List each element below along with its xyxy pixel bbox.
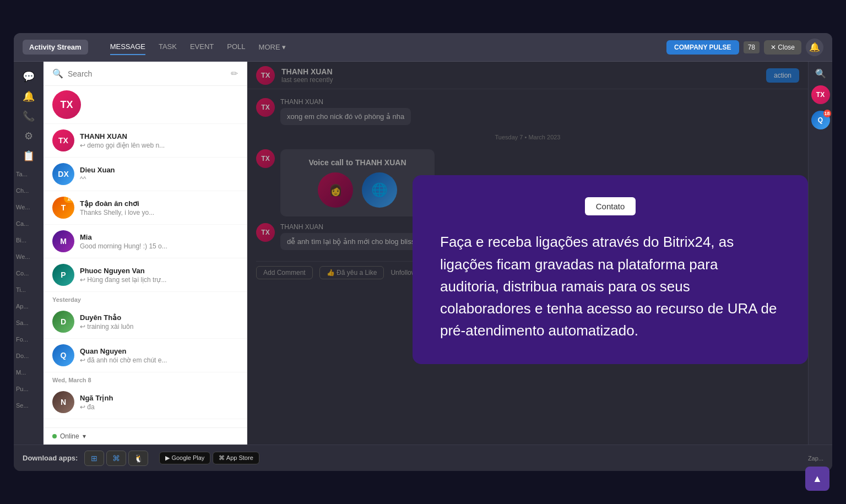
nav-label-m[interactable]: M... (16, 369, 26, 376)
zap-label: Zap... (808, 455, 823, 462)
chat-icon[interactable]: 💬 (23, 71, 35, 83)
windows-icon: ⊞ (91, 454, 97, 463)
number-badge: 78 (744, 41, 760, 53)
store-badges: ▶ Google Play ⌘ App Store (159, 452, 259, 464)
left-nav-labels: Ta... Ch... We... Ca... Bi... We... Co..… (14, 171, 43, 409)
google-play-label: ▶ Google Play (165, 454, 204, 462)
list-item[interactable]: D Duyên Thảo ↩ training xài luôn (44, 305, 247, 339)
right-search-icon[interactable]: 🔍 (815, 68, 826, 79)
nav-label-we2[interactable]: We... (16, 253, 30, 260)
app-store-badge[interactable]: ⌘ App Store (213, 452, 259, 464)
top-nav: Activity Stream MESSAGE TASK EVENT POLL … (14, 33, 832, 62)
modal-overlay: Contato Faça e receba ligações através d… (247, 62, 808, 445)
notification-icon[interactable]: 🔔 (23, 90, 35, 102)
windows-badge[interactable]: ⊞ (84, 451, 104, 466)
nav-label-co[interactable]: Co... (16, 270, 29, 277)
contato-modal: Contato Faça e receba ligações através d… (413, 175, 808, 364)
close-button[interactable]: ✕ Close (764, 40, 801, 55)
tab-event[interactable]: EVENT (190, 39, 214, 55)
chat-list-panel: 🔍 ✏ TX TX THANH XUAN ↩ demo gọi điện lên… (44, 62, 247, 445)
avatar: M (52, 230, 74, 252)
scroll-top-button[interactable]: ▲ (805, 467, 829, 491)
online-status[interactable]: Online ▾ (44, 427, 247, 445)
nav-label-pu[interactable]: Pu... (16, 386, 29, 392)
contato-label: Contato (585, 197, 636, 215)
nav-label-se[interactable]: Se... (16, 402, 29, 409)
right-avatar-1[interactable]: TX (811, 85, 830, 104)
download-bar: Download apps: ⊞ ⌘ 🐧 ▶ Google Play ⌘ App… (14, 445, 832, 471)
list-item[interactable]: DX Dieu Xuan ^^ (44, 158, 247, 191)
nav-label-we1[interactable]: We... (16, 204, 30, 210)
search-icon: 🔍 (52, 68, 63, 79)
chat-item-info: Tập đoàn ăn chơi Thanks Shelly, i love y… (80, 199, 238, 216)
chat-item-info: Dieu Xuan ^^ (80, 166, 238, 183)
chat-main: TX THANH XUAN last seen recently action … (247, 62, 808, 445)
settings-icon[interactable]: ⚙ (24, 130, 33, 142)
avatar: DX (52, 163, 74, 185)
nav-label-ca[interactable]: Ca... (16, 220, 29, 227)
notification-badge: 18 (823, 110, 831, 117)
apple-badge[interactable]: ⌘ (106, 451, 126, 466)
avatar: TX (52, 129, 74, 151)
avatar: Q (52, 344, 74, 366)
list-item[interactable]: M Mia Good morning Hung! :) 15 o... (44, 225, 247, 258)
chat-item-info: Duyên Thảo ↩ training xài luôn (80, 313, 238, 330)
app-container: Activity Stream MESSAGE TASK EVENT POLL … (14, 33, 832, 471)
nav-label-ta[interactable]: Ta... (16, 171, 28, 177)
company-pulse-button[interactable]: COMPANY PULSE (666, 40, 739, 55)
compose-icon[interactable]: ✏ (231, 68, 238, 79)
app-badges: ⊞ ⌘ 🐧 (84, 451, 148, 466)
phone-icon[interactable]: 📞 (23, 110, 35, 122)
chat-item-info: Quan Nguyen ↩ đã anh nói chờ em chút e..… (80, 347, 238, 364)
scroll-top-icon: ▲ (812, 473, 822, 485)
chat-item-info: Ngã Trịnh ↩ đa (80, 394, 238, 411)
nav-label-bi[interactable]: Bi... (16, 237, 26, 243)
list-item[interactable]: T 18 Tập đoàn ăn chơi Thanks Shelly, i l… (44, 191, 247, 225)
tab-poll[interactable]: POLL (227, 39, 245, 55)
nav-label-fo[interactable]: Fo... (16, 336, 28, 343)
tab-more[interactable]: MORE ▾ (259, 43, 286, 51)
section-label-wed: Wed, March 8 (44, 372, 247, 386)
nav-label-sa[interactable]: Sa... (16, 319, 29, 326)
search-input[interactable] (68, 69, 226, 78)
list-item[interactable]: N Ngã Trịnh ↩ đa (44, 386, 247, 419)
right-avatar-2[interactable]: Q 18 (811, 111, 830, 129)
chat-search-bar: 🔍 ✏ (44, 62, 247, 86)
google-play-badge[interactable]: ▶ Google Play (159, 452, 210, 464)
activity-stream-button[interactable]: Activity Stream (23, 40, 88, 55)
linux-icon: 🐧 (134, 454, 143, 463)
top-avatar: TX (52, 90, 81, 119)
linux-badge[interactable]: 🐧 (128, 451, 148, 466)
bell-icon[interactable]: 🔔 (806, 39, 823, 56)
list-item[interactable]: TX THANH XUAN ↩ demo gọi điện lên web n.… (44, 124, 247, 158)
list-item[interactable]: P Phuoc Nguyen Van ↩ Hùng đang set lại l… (44, 258, 247, 292)
section-label-yesterday: Yesterday (44, 292, 247, 305)
clipboard-icon[interactable]: 📋 (23, 150, 35, 162)
app-store-label: ⌘ App Store (219, 454, 253, 462)
download-label: Download apps: (23, 454, 78, 462)
tab-message[interactable]: MESSAGE (110, 39, 145, 55)
sidebar-icon-group: 💬 🔔 📞 ⚙ 📋 (23, 68, 35, 169)
left-sidebar: 💬 🔔 📞 ⚙ 📋 Ta... Ch... We... Ca... Bi... … (14, 62, 44, 445)
main-content: 💬 🔔 📞 ⚙ 📋 Ta... Ch... We... Ca... Bi... … (14, 62, 832, 445)
avatar: T 18 (52, 197, 74, 219)
nav-label-do[interactable]: Do... (16, 353, 29, 359)
chat-list-items: TX THANH XUAN ↩ demo gọi điện lên web n.… (44, 124, 247, 427)
chat-item-info: Mia Good morning Hung! :) 15 o... (80, 233, 238, 250)
nav-label-ch[interactable]: Ch... (16, 187, 29, 194)
avatar: P (52, 264, 74, 286)
online-dot (52, 434, 57, 438)
avatar: N (52, 391, 74, 413)
nav-label-ap[interactable]: Ap... (16, 303, 29, 310)
nav-tabs: MESSAGE TASK EVENT POLL MORE ▾ (110, 39, 666, 55)
right-sidebar: 🔍 TX Q 18 (808, 62, 832, 445)
nav-right: COMPANY PULSE 78 ✕ Close 🔔 (666, 39, 823, 56)
apple-icon: ⌘ (112, 454, 120, 463)
list-item[interactable]: Q Quan Nguyen ↩ đã anh nói chờ em chút e… (44, 339, 247, 372)
avatar: D (52, 311, 74, 333)
tab-task[interactable]: TASK (159, 39, 177, 55)
chat-top-avatar-row: TX (44, 86, 247, 124)
chat-item-info: THANH XUAN ↩ demo gọi điện lên web n... (80, 132, 238, 149)
chat-item-info: Phuoc Nguyen Van ↩ Hùng đang set lại lịc… (80, 267, 238, 284)
nav-label-ti[interactable]: Ti... (16, 286, 26, 293)
